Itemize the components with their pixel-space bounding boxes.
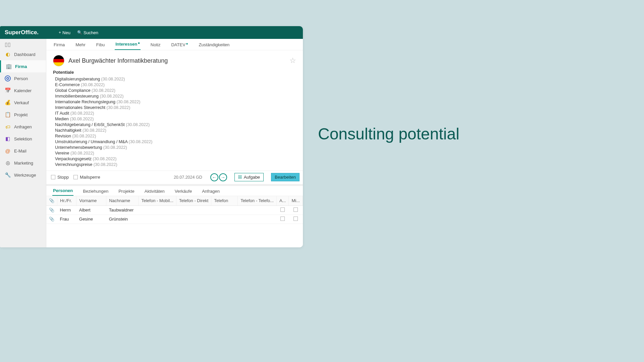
sidebar-item-label: Werkzeuge	[14, 173, 36, 178]
table-row[interactable]: 📎HerrnAlbertTaubwaldner	[46, 205, 303, 215]
prev-button[interactable]: ←	[210, 173, 218, 181]
sidebar-item-label: Projekt	[14, 112, 28, 117]
persons-col-header[interactable]: A...	[276, 196, 289, 205]
tab-mehr[interactable]: Mehr	[75, 40, 86, 50]
sidebar-item-label: E-Mail	[14, 148, 26, 154]
persons-col-header[interactable]: Telefon - Direkt	[176, 196, 211, 205]
persons-col-header[interactable]: Telefon	[211, 196, 238, 205]
tab-interessen[interactable]: Interessen•	[115, 39, 141, 50]
checkbox-icon[interactable]	[293, 217, 298, 221]
sidebar-item-dashboard[interactable]: ◐Dashboard	[0, 48, 46, 60]
sidebar-item-projekt[interactable]: 📋Projekt	[0, 109, 46, 121]
subtab-aktivitäten[interactable]: Aktivitäten	[144, 187, 165, 196]
persons-col-header[interactable]: Vorname	[76, 196, 106, 205]
potential-date: (30.08.2022)	[116, 100, 140, 104]
potential-name: Revision	[55, 134, 72, 138]
sidebar-item-kalender[interactable]: 📅Kalender	[0, 84, 46, 97]
checkbox-icon[interactable]	[280, 207, 285, 212]
subtab-verkäufe[interactable]: Verkäufe	[174, 187, 193, 196]
favorite-star-icon[interactable]: ☆	[289, 56, 296, 65]
potential-item: IT Audit (30.08.2022)	[53, 110, 296, 116]
ticket-icon: 🏷	[5, 124, 11, 130]
potential-date: (30.08.2022)	[81, 82, 105, 87]
potential-name: Internationales Steuerrecht	[55, 105, 107, 110]
potential-name: Medien	[55, 117, 70, 121]
tab-notiz[interactable]: Notiz	[150, 40, 161, 50]
search-icon: 🔍	[77, 30, 82, 35]
potential-item: Vereine (30.08.2022)	[53, 150, 296, 156]
checkbox-icon[interactable]	[293, 207, 298, 212]
sidebar-collapse-icon[interactable]: ▯▯	[0, 40, 46, 48]
aufgabe-button[interactable]: Aufgabe	[234, 173, 264, 181]
company-header: Axel Burgwächter Informatikberatung ☆	[46, 50, 303, 68]
potential-item: Internationales Steuerrecht (30.08.2022)	[53, 105, 296, 110]
sidebar-item-label: Dashboard	[14, 52, 36, 57]
menu-icon	[238, 176, 242, 179]
persons-col-header[interactable]: Hr./Fr.	[57, 196, 76, 205]
company-tabs: FirmaMehrFibuInteressen•NotizDATEV•Zustä…	[46, 39, 303, 50]
potential-date: (30.08.2022)	[101, 77, 125, 81]
persons-card: PersonenBeziehungenProjekteAktivitätenVe…	[46, 186, 303, 247]
crm-app-window: SuperOffice. + Neu 🔍 Suchen ▯▯ ◐Dashboar…	[0, 26, 303, 247]
persons-col-header[interactable]: Nachname	[106, 196, 139, 205]
new-label: Neu	[62, 30, 70, 35]
nav-arrows: ← →	[210, 173, 227, 181]
company-name: Axel Burgwächter Informatikberatung	[68, 57, 168, 64]
potential-item: Verpackungsgesetz (30.08.2022)	[53, 156, 296, 162]
next-button[interactable]: →	[219, 173, 227, 181]
tab-firma[interactable]: Firma	[53, 40, 65, 50]
slide-title: Consulting potential	[318, 125, 460, 143]
tab-zuständigkeiten[interactable]: Zuständigkeiten	[198, 40, 230, 50]
checkbox-icon[interactable]	[280, 217, 285, 221]
bearbeiten-button[interactable]: Bearbeiten	[271, 173, 300, 181]
sidebar-item-marketing[interactable]: ◎Marketing	[0, 157, 46, 169]
tab-fibu[interactable]: Fibu	[96, 40, 105, 50]
sidebar-item-verkauf[interactable]: 💰Verkauf	[0, 97, 46, 109]
sidebar-item-anfragen[interactable]: 🏷Anfragen	[0, 121, 46, 133]
sidebar-item-e-mail[interactable]: @E-Mail	[0, 145, 46, 157]
persons-col-header[interactable]: Telefon - Telefo...	[238, 196, 277, 205]
potential-item: Medien (30.08.2022)	[53, 116, 296, 122]
indicator-dot-icon: •	[186, 41, 188, 47]
subtab-anfragen[interactable]: Anfragen	[201, 187, 220, 196]
sidebar-item-selektion[interactable]: ◧Selektion	[0, 133, 46, 145]
footer-date: 20.07.2024 GD	[174, 175, 202, 180]
potential-date: (30.08.2022)	[107, 105, 130, 110]
sidebar-item-werkzeuge[interactable]: 🔧Werkzeuge	[0, 169, 46, 181]
bearbeiten-label: Bearbeiten	[275, 175, 296, 180]
sidebar-item-firma[interactable]: 🏢Firma	[0, 60, 46, 72]
cell	[176, 205, 211, 215]
table-row[interactable]: 📎FrauGesineGrünstein	[46, 215, 303, 224]
subtab-personen[interactable]: Personen	[52, 186, 73, 196]
checkbox-icon	[73, 175, 78, 179]
potential-item: Internationale Rechnungslegung (30.08.20…	[53, 99, 296, 105]
potential-item: Revision (30.08.2022)	[53, 133, 296, 139]
potentials-title: Potentiale	[53, 70, 296, 75]
new-button[interactable]: + Neu	[59, 30, 70, 35]
selection-icon: ◧	[5, 136, 11, 142]
mailsperre-checkbox[interactable]: Mailsperre	[73, 175, 100, 180]
cell	[211, 215, 238, 224]
gauge-icon: ◐	[5, 51, 11, 57]
brand-logo: SuperOffice.	[5, 29, 39, 36]
search-button[interactable]: 🔍 Suchen	[77, 30, 98, 35]
potential-name: Global Compliance	[55, 88, 92, 93]
sidebar-item-person[interactable]: Person	[0, 72, 46, 84]
potential-name: Unternehmensbewertung	[55, 145, 103, 150]
subtab-projekte[interactable]: Projekte	[118, 187, 135, 196]
persons-col-header[interactable]: Telefon - Mobil...	[139, 196, 176, 205]
attachment-icon: 📎	[49, 207, 54, 213]
search-label: Suchen	[84, 30, 98, 35]
potential-item: Umstrukturierung / Umwandlung / M&A (30.…	[53, 139, 296, 144]
potential-name: Verpackungsgesetz	[55, 157, 93, 161]
persons-col-header[interactable]: Mi...	[289, 196, 303, 205]
cell	[139, 205, 176, 215]
potential-date: (30.08.2022)	[94, 162, 117, 167]
subtab-beziehungen[interactable]: Beziehungen	[82, 187, 109, 196]
tab-datev[interactable]: DATEV•	[170, 40, 189, 50]
potential-name: Digitalisierungsberatung	[55, 77, 101, 81]
persons-col-header[interactable]: 📎	[46, 196, 57, 205]
titlebar: SuperOffice. + Neu 🔍 Suchen	[0, 26, 303, 39]
potential-name: Immobilienbesteuerung	[55, 94, 100, 99]
stopp-checkbox[interactable]: Stopp	[51, 175, 69, 180]
